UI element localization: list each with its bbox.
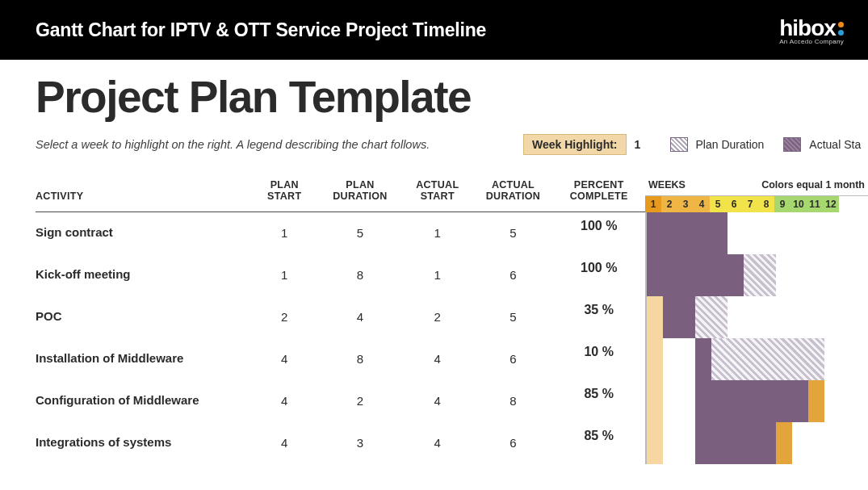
actual-start-cell: 1	[401, 254, 474, 296]
week-header-cell[interactable]: 1	[645, 196, 661, 212]
topbar: Gantt Chart for IPTV & OTT Service Proje…	[0, 0, 868, 60]
gantt-row	[647, 254, 868, 296]
week-header-cell[interactable]: 4	[694, 196, 710, 212]
plan-start-cell: 2	[250, 296, 319, 338]
plan-swatch-icon	[670, 137, 688, 152]
plan-duration-cell: 2	[319, 380, 401, 422]
page-title: Project Plan Template	[36, 71, 868, 123]
progress-bar	[776, 422, 792, 464]
week-header-cell[interactable]: 10	[790, 196, 807, 212]
logo-dots-icon	[838, 22, 844, 36]
plan-duration-cell: 4	[319, 296, 401, 338]
actual-bar	[695, 380, 808, 422]
plan-start-cell: 4	[250, 338, 319, 380]
week-header-cell[interactable]: 5	[710, 196, 726, 212]
plan-bar	[695, 338, 824, 380]
gantt-row	[647, 422, 868, 464]
week-header-cell[interactable]: 3	[677, 196, 694, 212]
plan-duration-cell: 8	[319, 254, 401, 296]
activity-cell: Sign contract	[36, 212, 250, 254]
week-header-cell[interactable]: 7	[742, 196, 758, 212]
actual-start-cell: 4	[401, 338, 474, 380]
col-activity: ACTIVITY	[36, 179, 250, 212]
actual-start-cell: 4	[401, 380, 474, 422]
plan-duration-cell: 5	[319, 212, 401, 254]
activity-cell: Integrations of systems	[36, 422, 250, 464]
table-row: Configuration of Middleware424885 %	[36, 380, 645, 422]
percent-cell: 10 %	[552, 338, 645, 380]
gantt-row	[647, 212, 868, 254]
legend-actual: Actual Sta	[783, 137, 861, 152]
plan-start-cell: 4	[250, 422, 319, 464]
activity-cell: Configuration of Middleware	[36, 380, 250, 422]
actual-bar	[695, 422, 776, 464]
gantt-row	[647, 338, 868, 380]
logo-text: hibox	[779, 15, 836, 41]
week-header-cell[interactable]: 8	[758, 196, 774, 212]
week-header-row: 123456789101112	[645, 195, 868, 212]
activity-cell: Installation of Middleware	[36, 338, 250, 380]
plan-duration-cell: 3	[319, 422, 401, 464]
percent-cell: 100 %	[552, 212, 645, 254]
week-highlight-label: Week Highlight:	[523, 134, 627, 155]
actual-duration-cell: 6	[474, 338, 553, 380]
progress-bar	[808, 380, 824, 422]
percent-cell: 85 %	[552, 422, 645, 464]
gantt-row	[647, 296, 868, 338]
actual-swatch-icon	[783, 137, 801, 152]
actual-bar	[647, 254, 744, 296]
week-header-cell[interactable]: 11	[807, 196, 823, 212]
week-header-cell[interactable]: 6	[726, 196, 742, 212]
gantt-chart: WEEKS Colors equal 1 month 1234567891011…	[645, 179, 868, 464]
legend-actual-label: Actual Sta	[809, 138, 861, 151]
percent-cell: 35 %	[552, 296, 645, 338]
page-header-title: Gantt Chart for IPTV & OTT Service Proje…	[36, 19, 486, 41]
logo: hibox An Accedo Company	[779, 15, 844, 45]
actual-bar	[695, 338, 711, 380]
table-row: Sign contract1515100 %	[36, 212, 645, 254]
percent-cell: 85 %	[552, 380, 645, 422]
percent-cell: 100 %	[552, 254, 645, 296]
actual-duration-cell: 8	[474, 380, 553, 422]
table-row: Installation of Middleware484610 %	[36, 338, 645, 380]
col-actual-start: ACTUALSTART	[401, 179, 474, 212]
plan-start-cell: 4	[250, 380, 319, 422]
actual-duration-cell: 6	[474, 422, 553, 464]
week-header-cell[interactable]: 2	[661, 196, 677, 212]
actual-start-cell: 1	[401, 212, 474, 254]
plan-duration-cell: 8	[319, 338, 401, 380]
actual-duration-cell: 5	[474, 296, 553, 338]
week-header-cell[interactable]: 12	[823, 196, 839, 212]
actual-start-cell: 2	[401, 296, 474, 338]
weeks-label: WEEKS	[648, 179, 686, 191]
activity-cell: POC	[36, 296, 250, 338]
colors-note: Colors equal 1 month	[761, 179, 868, 191]
activity-table: ACTIVITY PLANSTART PLANDURATION ACTUALST…	[36, 179, 645, 464]
instructions-text: Select a week to highlight on the right.…	[36, 138, 504, 151]
actual-start-cell: 4	[401, 422, 474, 464]
plan-start-cell: 1	[250, 254, 319, 296]
activity-cell: Kick-off meeting	[36, 254, 250, 296]
col-percent-complete: PERCENTCOMPLETE	[552, 179, 645, 212]
week-highlight-control[interactable]: Week Highlight: 1	[523, 134, 651, 155]
table-row: POC242535 %	[36, 296, 645, 338]
week-highlight-value[interactable]: 1	[635, 138, 651, 151]
col-actual-duration: ACTUALDURATION	[474, 179, 553, 212]
actual-duration-cell: 6	[474, 254, 553, 296]
logo-subtitle: An Accedo Company	[779, 38, 844, 45]
table-row: Kick-off meeting1816100 %	[36, 254, 645, 296]
legend-plan-label: Plan Duration	[696, 138, 765, 151]
col-plan-duration: PLANDURATION	[319, 179, 401, 212]
actual-bar	[663, 296, 695, 338]
table-row: Integrations of systems434685 %	[36, 422, 645, 464]
col-plan-start: PLANSTART	[250, 179, 319, 212]
actual-bar	[647, 212, 728, 254]
legend-plan: Plan Duration	[670, 137, 765, 152]
logo-main: hibox	[779, 15, 844, 41]
plan-start-cell: 1	[250, 212, 319, 254]
actual-duration-cell: 5	[474, 212, 553, 254]
gantt-body	[647, 212, 868, 464]
gantt-row	[647, 380, 868, 422]
week-header-cell[interactable]: 9	[774, 196, 790, 212]
